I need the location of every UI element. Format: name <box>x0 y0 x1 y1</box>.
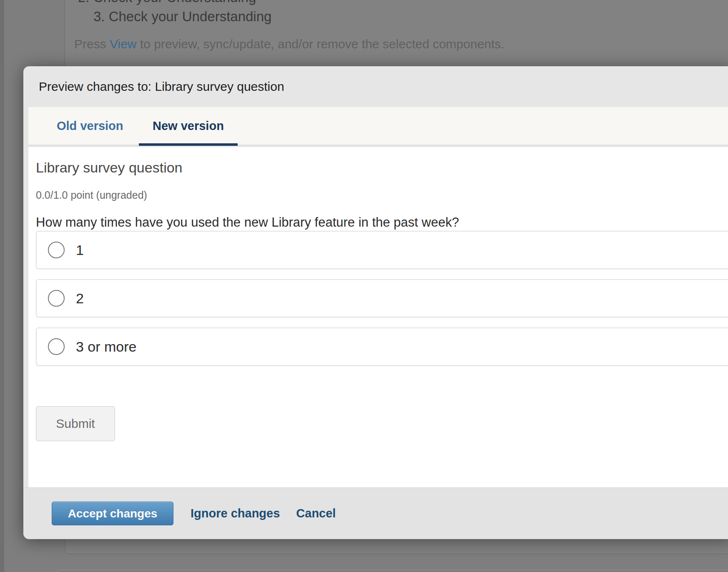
answer-option-3[interactable]: 3 or more <box>36 327 728 366</box>
dimmed-page-sidebar <box>0 0 4 572</box>
problem-title: Library survey question <box>36 158 728 177</box>
submit-button[interactable]: Submit <box>36 406 115 441</box>
problem-points: 0.0/1.0 point (ungraded) <box>36 188 728 202</box>
view-link[interactable]: View <box>110 37 136 51</box>
modal-footer: Accept changes Ignore changes Cancel <box>23 487 728 539</box>
cancel-link[interactable]: Cancel <box>296 507 336 520</box>
question-text: How many times have you used the new Lib… <box>36 214 728 231</box>
problem-preview-pane: Library survey question 0.0/1.0 point (u… <box>28 147 728 487</box>
modal-header: Preview changes to: Library survey quest… <box>23 66 728 107</box>
accept-changes-button[interactable]: Accept changes <box>52 502 173 525</box>
option-label-1: 1 <box>76 242 84 258</box>
answer-option-2[interactable]: 2 <box>36 279 728 317</box>
preview-changes-modal: Preview changes to: Library survey quest… <box>23 66 728 539</box>
dimmed-list-item-3: 3. Check your Understanding <box>93 7 271 26</box>
option-label-3: 3 or more <box>76 339 137 355</box>
dimmed-card-bottom <box>57 570 728 572</box>
radio-icon[interactable] <box>48 338 65 355</box>
option-label-2: 2 <box>76 290 84 307</box>
version-tabbar: Old version New version <box>28 107 728 146</box>
tab-old-version[interactable]: Old version <box>43 107 137 146</box>
modal-title: Preview changes to: Library survey quest… <box>39 80 284 94</box>
press-view-hint: Press View to preview, sync/update, and/… <box>74 35 505 53</box>
answer-option-1[interactable]: 1 <box>36 231 728 269</box>
screen: 2. Check your Understanding 3. Check you… <box>0 0 728 572</box>
ignore-changes-link[interactable]: Ignore changes <box>191 507 280 520</box>
radio-icon[interactable] <box>48 290 65 307</box>
tab-new-version[interactable]: New version <box>139 107 238 146</box>
hint-text-suffix: to preview, sync/update, and/or remove t… <box>137 37 505 51</box>
radio-icon[interactable] <box>48 242 65 258</box>
hint-text-prefix: Press <box>74 37 110 51</box>
dimmed-list-item-2: 2. Check your Understanding <box>78 0 256 7</box>
